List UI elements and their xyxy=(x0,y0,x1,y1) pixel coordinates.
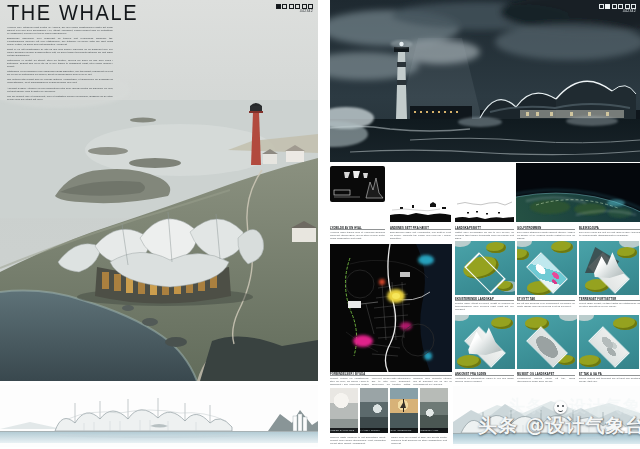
intro-paragraph: Om vinteren står bygget som en lysende l… xyxy=(7,78,113,84)
caption-title: Eksisterende landskap xyxy=(455,297,514,301)
entry-number: 442342 xyxy=(288,9,313,13)
caption-title: Landskapssnitt xyxy=(455,226,514,230)
caption-body: En lett duk spennes over programmet og d… xyxy=(517,302,575,308)
caption-body: Hurtigruta og safaribåtene legger til ve… xyxy=(455,377,514,383)
caption-body: Hvalens sang tegnes som et ekkolodd gjen… xyxy=(330,231,385,240)
caption-title: Museet og landskapet xyxy=(517,372,575,376)
painting-label: PEDER BALKE 1862 xyxy=(330,428,358,431)
panel-left: THE WHALE Hvalene har i årtusener fulgt … xyxy=(0,0,318,449)
elevation-drawing-left xyxy=(0,385,318,447)
intro-paragraph: Anlegget bygges i etapper og kan demonte… xyxy=(7,86,113,92)
painting-storm-1: PEDER BALKE 1862 xyxy=(330,388,358,433)
checkbox-filled xyxy=(605,4,610,9)
painting-storm-2: HAVET I STORM xyxy=(360,388,388,433)
ship-sail xyxy=(400,401,406,408)
intro-text-block: Hvalene har i årtusener fulgt kysten av … xyxy=(7,25,113,179)
intro-paragraph: Besøkende ankommer over svaberget og tre… xyxy=(7,36,113,45)
caption-title: Andenes sett fra havet xyxy=(390,226,451,230)
caption-title: Forbindelser i bygda xyxy=(330,372,452,376)
caption-title: Bleiksdjupa xyxy=(579,226,640,230)
painting-caption-bar: HAVET I STORM xyxy=(360,428,388,433)
painting-label: NORDISHAVET xyxy=(420,428,448,431)
avatar-eye-left xyxy=(557,405,559,407)
painting-caption-bar: NORDISHAVET xyxy=(420,428,448,433)
entry-code-left: 442342 xyxy=(263,4,313,16)
intro-paragraph: Taket er en lett konstruksjon av stål og… xyxy=(7,47,113,56)
board-title: THE WHALE xyxy=(7,1,138,26)
painting-caption-bar: PEDER BALKE 1862 xyxy=(330,428,358,433)
caption-body: Museet kobles på eksisterende stier og v… xyxy=(330,377,452,386)
caption-title: Golfstrømmen xyxy=(517,226,575,230)
intro-paragraph: Hvalene har i årtusener fulgt kysten av … xyxy=(7,25,113,34)
intro-paragraph: Utstillingen veves sammen med vandringen… xyxy=(7,70,113,76)
caption-body: Tomten ligger ytterst på neset, omgitt a… xyxy=(455,302,514,311)
note-text: Malerne søkte nordover til det dramatisk… xyxy=(330,436,386,445)
earth-from-space xyxy=(516,163,640,222)
caption-title: Et tak å gå på xyxy=(579,372,640,376)
painting-label: SKIP I BRENNING xyxy=(390,428,418,431)
checkbox xyxy=(599,4,604,9)
painting-label: HAVET I STORM xyxy=(360,428,388,431)
caption-title: Ankomst fra sjøen xyxy=(455,372,514,376)
checkbox-filled xyxy=(276,4,281,9)
caption-body: Snittet viser overgangen fra hav til myr… xyxy=(455,231,514,240)
caption-title: Lydbilde av en hval xyxy=(330,226,385,230)
intro-paragraph: Slik blir museet ikke et monument, men e… xyxy=(7,94,113,100)
toutiao-watermark: 头条 @设计气象台 头条 @设计气象台 xyxy=(472,401,640,449)
diagram-canopy-form xyxy=(455,315,515,369)
landscape-section-diagram xyxy=(455,198,514,222)
entry-code-right: 442342 xyxy=(586,4,636,16)
intro-paragraph: Materialene er hentet fra stedet: stein … xyxy=(7,58,113,67)
checkbox xyxy=(282,4,287,9)
caption-body: Programmet samles under ett tak, mens ut… xyxy=(517,377,575,383)
caption-title: Terrenget fortsetter xyxy=(579,297,640,301)
whale-sonar-diagram xyxy=(330,166,385,202)
painting-caption-bar: SKIP I BRENNING xyxy=(390,428,418,433)
caption-body: Bebyggelsen ligger lavt i horisonten, ku… xyxy=(390,231,451,240)
diagram-program-plate xyxy=(517,315,577,369)
storm-render xyxy=(330,0,640,162)
note-text: Under uvær blir bygget et skjul, der hav… xyxy=(391,436,447,445)
caption-body: Den dype renna går helt inn mot land og … xyxy=(579,231,640,237)
entry-number: 442342 xyxy=(611,9,636,13)
caption-body: Gulvet følger berget, og taket løftes de… xyxy=(579,302,640,308)
painting-note-left: Malerne søkte nordover til det dramatisk… xyxy=(330,436,386,449)
avatar-eye-right xyxy=(562,405,564,407)
caption-title: Et nytt tak xyxy=(517,297,575,301)
diagram-existing-site xyxy=(455,241,515,295)
panel-right: 442342 xyxy=(330,0,640,449)
caption-body: Den varme strømmen møter ishavet utenfor… xyxy=(517,231,575,240)
diagram-roofscape xyxy=(579,315,639,369)
site-map xyxy=(330,244,452,372)
diagram-site-conditions xyxy=(517,241,577,295)
avatar-mouth xyxy=(558,408,563,412)
caption-body: Duken senkes mot terrenget slik at taket… xyxy=(579,377,640,383)
watermark-text: 头条 @设计气象台 xyxy=(478,413,640,439)
coast-silhouette-diagram xyxy=(390,198,451,222)
competition-board: THE WHALE Hvalene har i årtusener fulgt … xyxy=(0,0,640,449)
diagram-roof-form xyxy=(579,241,639,295)
painting-note-right: Under uvær blir bygget et skjul, der hav… xyxy=(391,436,447,449)
painting-arctic-sea: NORDISHAVET xyxy=(420,388,448,433)
painting-ship: SKIP I BRENNING xyxy=(390,388,418,433)
